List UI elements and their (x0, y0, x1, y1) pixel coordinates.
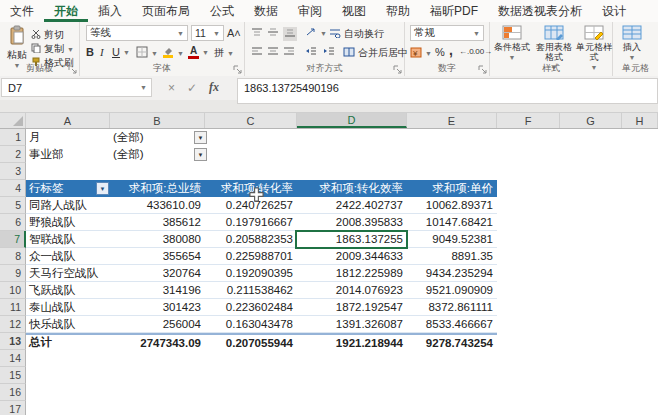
value-cell[interactable]: 8372.861111 (407, 299, 497, 316)
value-cell[interactable]: 8891.35 (407, 248, 497, 265)
cell-b1-filter-value[interactable]: (全部) (110, 129, 205, 146)
division-filter-dropdown[interactable]: ▼ (194, 148, 207, 161)
bold-button[interactable]: B (86, 46, 94, 58)
row-header-11[interactable]: 11 (0, 299, 26, 316)
cancel-button[interactable]: × (168, 81, 175, 95)
row-header-2[interactable]: 2 (0, 146, 26, 163)
align-middle-button[interactable] (267, 27, 279, 39)
value-cell[interactable]: 0.197916667 (205, 214, 297, 231)
total-value-cell[interactable]: 1921.218944 (297, 333, 407, 350)
row-header-12[interactable]: 12 (0, 316, 26, 333)
number-format-select[interactable]: 常规 ▼ (410, 25, 484, 41)
cut-button[interactable]: 剪切 (31, 28, 64, 42)
copy-button[interactable]: 复制 ▼ (31, 42, 74, 56)
value-cell[interactable]: 8533.466667 (407, 316, 497, 333)
cell-a2-filter-label[interactable]: 事业部 (26, 146, 110, 163)
tab-help[interactable]: 帮助 (376, 0, 420, 22)
value-cell[interactable]: 2009.344633 (297, 248, 407, 265)
value-cell[interactable]: 2014.076923 (297, 282, 407, 299)
accounting-format-button[interactable]: ¥ ▼ (410, 46, 432, 60)
row-header-6[interactable]: 6 (0, 214, 26, 231)
align-right-button[interactable] (283, 46, 295, 58)
increase-decimal-button[interactable]: ←.0 (459, 47, 474, 56)
row-header-15[interactable]: 15 (0, 367, 26, 384)
row-header-3[interactable]: 3 (0, 163, 26, 180)
row-header-13[interactable]: 13 (0, 333, 26, 350)
align-left-button[interactable] (251, 46, 263, 58)
value-cell[interactable]: 10062.89371 (407, 197, 497, 214)
row-header-17[interactable]: 17 (0, 401, 26, 415)
borders-button[interactable]: ▼ (136, 46, 158, 60)
value-cell[interactable]: 10147.68421 (407, 214, 497, 231)
italic-button[interactable]: I (100, 46, 104, 58)
font-name-select[interactable]: 等线 ▼ (86, 25, 188, 41)
team-name-cell[interactable]: 快乐战队 (26, 316, 110, 333)
active-cell-selection-border[interactable] (295, 230, 408, 249)
team-name-cell[interactable]: 天马行空战队 (26, 265, 110, 282)
value-cell[interactable]: 0.205882353 (205, 231, 297, 248)
value-cell[interactable]: 380080 (110, 231, 205, 248)
value-cell[interactable]: 0.223602484 (205, 299, 297, 316)
team-name-cell[interactable]: 飞跃战队 (26, 282, 110, 299)
team-name-cell[interactable]: 众一战队 (26, 248, 110, 265)
month-filter-dropdown[interactable]: ▼ (194, 131, 207, 144)
total-label-cell[interactable]: 总计 (26, 333, 110, 350)
value-cell[interactable]: 320764 (110, 265, 205, 282)
tab-review[interactable]: 审阅 (288, 0, 332, 22)
tab-data[interactable]: 数据 (244, 0, 288, 22)
value-cell[interactable]: 314196 (110, 282, 205, 299)
column-header-a[interactable]: A (26, 113, 110, 128)
row-header-9[interactable]: 9 (0, 265, 26, 282)
value-cell[interactable]: 9521.090909 (407, 282, 497, 299)
total-value-cell[interactable]: 2747343.09 (110, 333, 205, 350)
conditional-formatting-button[interactable]: 条件格式 ▼ (492, 25, 532, 63)
tab-formulas[interactable]: 公式 (200, 0, 244, 22)
wrap-text-button[interactable]: 自动换行 (329, 27, 384, 41)
value-cell[interactable]: 2008.395833 (297, 214, 407, 231)
tab-page-layout[interactable]: 页面布局 (132, 0, 200, 22)
underline-button[interactable]: U▼ (112, 46, 130, 58)
pivot-header-unit-price[interactable]: 求和项:单价 (407, 180, 497, 197)
value-cell[interactable]: 1872.192547 (297, 299, 407, 316)
value-cell[interactable]: 2422.402737 (297, 197, 407, 214)
value-cell[interactable]: 433610.09 (110, 197, 205, 214)
grow-font-button[interactable]: A˄ (227, 27, 241, 39)
value-cell[interactable]: 385612 (110, 214, 205, 231)
tab-pivottable-analyze[interactable]: 数据透视表分析 (488, 0, 592, 22)
insert-function-button[interactable]: fx (209, 80, 219, 95)
comma-style-button[interactable]: , (449, 42, 453, 58)
tab-design[interactable]: 设计 (592, 0, 636, 22)
cell-b2-filter-value[interactable]: (全部) (110, 146, 205, 163)
font-dialog-launcher[interactable] (233, 65, 242, 74)
font-size-select[interactable]: 11 ▼ (191, 25, 224, 41)
name-box[interactable]: D7 ▼ (1, 78, 152, 97)
pivot-header-conversion-efficiency[interactable]: 求和项:转化效率 (297, 180, 407, 197)
tab-file[interactable]: 文件 (0, 0, 44, 22)
total-value-cell[interactable]: 9278.743254 (407, 333, 497, 350)
row-header-10[interactable]: 10 (0, 282, 26, 299)
increase-indent-button[interactable] (323, 46, 335, 58)
tab-insert[interactable]: 插入 (88, 0, 132, 22)
team-name-cell[interactable]: 智联战队 (26, 231, 110, 248)
row-labels-filter-button[interactable]: ▼ (96, 182, 109, 195)
alignment-dialog-launcher[interactable] (393, 65, 402, 74)
value-cell[interactable]: 9049.52381 (407, 231, 497, 248)
value-cell[interactable]: 9434.235294 (407, 265, 497, 282)
value-cell[interactable]: 1391.326087 (297, 316, 407, 333)
percent-style-button[interactable]: % (435, 46, 445, 58)
value-cell[interactable]: 0.192090395 (205, 265, 297, 282)
pivot-header-total-sales[interactable]: 求和项:总业绩 (110, 180, 205, 197)
font-color-button[interactable]: A ▼ (188, 46, 209, 59)
row-header-7-active[interactable]: 7 (0, 231, 26, 248)
team-name-cell[interactable]: 野狼战队 (26, 214, 110, 231)
value-cell[interactable]: 0.225988701 (205, 248, 297, 265)
value-cell[interactable]: 301423 (110, 299, 205, 316)
fill-color-button[interactable]: ▼ (162, 46, 184, 60)
delete-cells-button-partial[interactable] (653, 25, 658, 42)
decrease-indent-button[interactable] (305, 46, 317, 58)
row-header-16[interactable]: 16 (0, 384, 26, 401)
row-header-14[interactable]: 14 (0, 350, 26, 367)
team-name-cell[interactable]: 同路人战队 (26, 197, 110, 214)
pivot-header-row-labels[interactable]: 行标签 ▼ (26, 180, 110, 197)
value-cell[interactable]: 0.163043478 (205, 316, 297, 333)
